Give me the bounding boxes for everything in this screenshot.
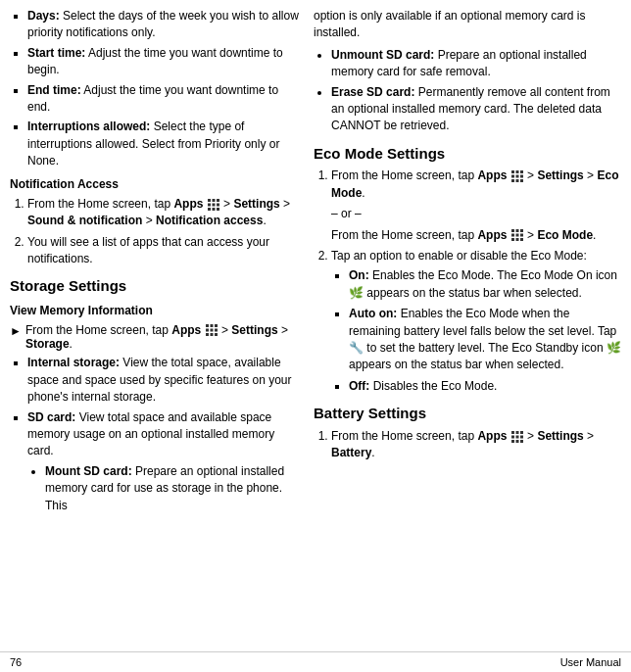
svg-rect-11: [215, 324, 218, 327]
item-text: Select the days of the week you wish to …: [27, 9, 299, 39]
item-label: On:: [349, 268, 369, 282]
sound-label: Sound & notification: [27, 214, 142, 227]
settings-label: Settings: [537, 168, 583, 182]
svg-rect-19: [515, 170, 518, 173]
svg-rect-10: [210, 324, 213, 327]
sd-card-options-list: Unmount SD card: Prepare an optional ins…: [331, 47, 621, 135]
svg-rect-12: [206, 329, 209, 332]
item-text: Enables the Eco Mode. The Eco Mode On ic…: [349, 268, 617, 299]
battery-label: Battery: [331, 446, 371, 459]
svg-rect-25: [515, 179, 518, 182]
svg-rect-40: [515, 435, 518, 438]
page: Days: Select the days of the week you wi…: [0, 0, 631, 672]
sd-sub-list: Mount SD card: Prepare an optional insta…: [45, 463, 304, 514]
svg-rect-32: [520, 234, 523, 237]
item-label: Unmount SD card:: [331, 48, 434, 62]
settings-label: Settings: [537, 429, 583, 443]
notification-steps-list: From the Home screen, tap Apps > Setting…: [27, 196, 304, 268]
svg-rect-23: [520, 175, 523, 178]
item-label: Auto on:: [349, 307, 397, 320]
svg-rect-6: [208, 208, 211, 211]
footer: 76 User Manual: [0, 651, 631, 672]
svg-rect-8: [217, 208, 219, 211]
item-label: Interruptions allowed:: [27, 120, 150, 133]
svg-rect-0: [208, 199, 211, 202]
svg-rect-29: [520, 229, 523, 232]
list-item: Interruptions allowed: Select the type o…: [27, 119, 304, 169]
svg-rect-9: [206, 324, 209, 327]
svg-rect-28: [515, 229, 518, 232]
svg-rect-20: [520, 170, 523, 173]
right-column: option is only available if an optional …: [314, 8, 621, 644]
page-number: 76: [10, 656, 22, 668]
alt-text: From the Home screen, tap Apps > Eco Mod…: [331, 227, 621, 244]
svg-rect-3: [208, 203, 211, 206]
item-label: Mount SD card:: [45, 464, 132, 478]
item-label: End time:: [27, 83, 81, 97]
svg-rect-36: [511, 431, 514, 434]
svg-rect-26: [520, 179, 523, 182]
list-item: From the Home screen, tap Apps > Setting…: [27, 196, 304, 230]
storage-list: Internal storage: View the total space, …: [27, 355, 304, 514]
svg-rect-21: [511, 175, 514, 178]
list-item: SD card: View total space and available …: [27, 409, 304, 514]
battery-settings-heading: Battery Settings: [314, 403, 621, 424]
eco-mode-heading: Eco Mode Settings: [314, 143, 621, 165]
list-item: You will see a list of apps that can acc…: [27, 234, 304, 268]
option-text: option is only available if an optional …: [314, 8, 621, 42]
list-item: Start time: Adjust the time you want dow…: [27, 45, 304, 79]
svg-rect-5: [217, 203, 219, 206]
svg-rect-42: [511, 440, 514, 443]
settings-label: Settings: [233, 197, 279, 211]
notification-access-heading: Notification Access: [10, 176, 304, 193]
svg-rect-33: [511, 238, 514, 241]
storage-arrow-text: From the Home screen, tap Apps > Setting…: [25, 323, 304, 352]
svg-rect-14: [215, 329, 218, 332]
storage-settings-heading: Storage Settings: [10, 275, 304, 297]
svg-rect-39: [511, 435, 514, 438]
svg-rect-27: [511, 229, 514, 232]
svg-rect-41: [520, 435, 523, 438]
apps-label: Apps: [477, 429, 507, 443]
item-label: Erase SD card:: [331, 85, 414, 99]
svg-rect-30: [511, 234, 514, 237]
list-item: Tap an option to enable or disable the E…: [331, 248, 621, 395]
list-item: Days: Select the days of the week you wi…: [27, 8, 304, 42]
item-text: Disables the Eco Mode.: [369, 379, 497, 393]
svg-rect-7: [212, 208, 215, 211]
apps-label: Apps: [173, 197, 203, 211]
list-item: From the Home screen, tap Apps > Setting…: [331, 168, 621, 244]
svg-rect-2: [217, 199, 219, 202]
svg-rect-13: [210, 329, 213, 332]
list-item: End time: Adjust the time you want downt…: [27, 82, 304, 117]
apps-label: Apps: [477, 168, 507, 182]
list-item: On: Enables the Eco Mode. The Eco Mode O…: [349, 267, 621, 302]
item-label: Start time:: [27, 46, 85, 60]
svg-rect-16: [210, 333, 213, 336]
item-label: Off:: [349, 379, 369, 393]
svg-rect-18: [511, 170, 514, 173]
svg-rect-4: [212, 203, 215, 206]
svg-rect-24: [511, 179, 514, 182]
eco-steps-list: From the Home screen, tap Apps > Setting…: [331, 168, 621, 395]
battery-steps-list: From the Home screen, tap Apps > Setting…: [331, 428, 621, 462]
storage-arrow-item: ► From the Home screen, tap Apps > Setti…: [10, 323, 304, 352]
list-item: Internal storage: View the total space, …: [27, 355, 304, 406]
or-text: – or –: [331, 206, 621, 222]
notif-access-label: Notification access: [156, 214, 263, 227]
svg-rect-1: [212, 199, 215, 202]
left-column: Days: Select the days of the week you wi…: [10, 8, 304, 644]
list-item: Erase SD card: Permanently remove all co…: [331, 84, 621, 135]
svg-rect-31: [515, 234, 518, 237]
item-label: SD card:: [27, 410, 75, 424]
svg-rect-44: [520, 440, 523, 443]
svg-rect-43: [515, 440, 518, 443]
list-item: Auto on: Enables the Eco Mode when the r…: [349, 306, 621, 374]
eco-options-list: On: Enables the Eco Mode. The Eco Mode O…: [349, 267, 621, 395]
svg-rect-17: [215, 333, 218, 336]
content-area: Days: Select the days of the week you wi…: [0, 0, 631, 651]
item-label: Internal storage:: [27, 356, 120, 369]
view-memory-heading: View Memory Information: [10, 303, 304, 319]
svg-rect-22: [515, 175, 518, 178]
list-item: Mount SD card: Prepare an optional insta…: [45, 463, 304, 514]
